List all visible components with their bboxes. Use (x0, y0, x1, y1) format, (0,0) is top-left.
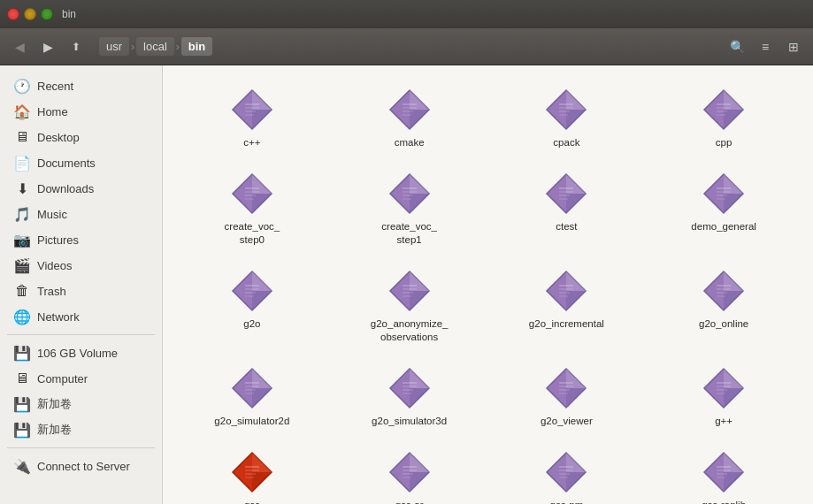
file-item[interactable]: g2o_viewer (492, 358, 642, 435)
sidebar-label-computer: Computer (37, 372, 88, 386)
sidebar-item-xinjuan2[interactable]: 💾 新加卷 (4, 417, 158, 442)
file-item[interactable]: gcc (177, 442, 327, 504)
sidebar-divider-2 (7, 447, 155, 448)
file-label: create_voc_ step0 (225, 220, 280, 247)
forward-button[interactable]: ▶ (35, 34, 60, 59)
file-label: g2o_incremental (529, 317, 604, 331)
svg-marker-92 (410, 369, 429, 388)
back-button[interactable]: ◀ (7, 34, 32, 59)
breadcrumb-local[interactable]: local (136, 37, 174, 56)
home-icon: 🏠 (14, 103, 30, 119)
file-item[interactable]: create_voc_ step1 (334, 164, 485, 254)
sidebar-item-videos[interactable]: 🎬 Videos (4, 253, 158, 278)
file-label: g++ (715, 415, 732, 428)
exe-icon (229, 268, 275, 314)
exe-icon (387, 87, 433, 133)
sidebar-item-documents[interactable]: 📄 Documents (4, 150, 158, 175)
file-item[interactable]: g2o_simulator3d (334, 358, 485, 435)
file-label: create_voc_ step1 (381, 220, 437, 247)
window-title: bin (62, 8, 76, 20)
sidebar-label-xinjuan1: 新加卷 (37, 396, 72, 412)
titlebar: bin (0, 0, 813, 28)
sidebar-divider-1 (7, 334, 155, 335)
sidebar-item-desktop[interactable]: 🖥 Desktop (4, 125, 158, 149)
svg-marker-78 (724, 271, 743, 291)
sidebar-item-computer[interactable]: 🖥 Computer (4, 366, 158, 391)
svg-marker-79 (724, 291, 743, 310)
file-item[interactable]: cpack (492, 80, 642, 157)
trash-icon: 🗑 (14, 283, 30, 299)
xinjuan1-icon: 💾 (14, 396, 30, 412)
sidebar-item-trash[interactable]: 🗑 Trash (4, 279, 158, 303)
sidebar-item-home[interactable]: 🏠 Home (4, 99, 158, 124)
breadcrumb-usr[interactable]: usr (99, 37, 129, 56)
search-button[interactable]: 🔍 (725, 34, 749, 59)
file-label: g2o (243, 317, 260, 331)
grid-view-button[interactable]: ⊞ (781, 34, 806, 59)
svg-marker-113 (252, 453, 272, 472)
close-button[interactable] (7, 8, 19, 20)
exe-icon (701, 171, 747, 217)
breadcrumb-bin[interactable]: bin (181, 37, 213, 56)
sidebar-item-recent[interactable]: 🕐 Recent (4, 73, 158, 98)
sidebar-item-xinjuan1[interactable]: 💾 新加卷 (4, 392, 158, 416)
svg-marker-93 (410, 388, 429, 408)
file-item[interactable]: gcc-ranlib (648, 442, 799, 504)
xinjuan2-icon: 💾 (14, 422, 30, 438)
file-item[interactable]: cpp (648, 80, 799, 157)
file-label: g2o_simulator3d (372, 415, 447, 428)
svg-marker-58 (252, 291, 272, 310)
file-item[interactable]: gcc-ar (334, 442, 485, 504)
up-button[interactable]: ⬆ (64, 34, 88, 59)
exe-icon (701, 87, 747, 133)
maximize-button[interactable] (41, 8, 53, 20)
connect-icon: 🔌 (14, 458, 30, 474)
exe-icon (701, 268, 747, 314)
file-item[interactable]: g2o_simulator2d (177, 358, 327, 435)
file-item[interactable]: g++ (648, 358, 799, 435)
file-label: demo_general (691, 220, 756, 233)
sidebar-label-videos: Videos (37, 259, 73, 272)
svg-marker-134 (724, 453, 743, 472)
file-item[interactable]: create_voc_ step0 (177, 164, 327, 254)
exe-icon (701, 365, 747, 411)
file-item[interactable]: g2o_online (648, 261, 799, 351)
exe-icon (229, 87, 275, 133)
file-item[interactable]: g2o_anonymize_ observations (334, 261, 485, 351)
sidebar-item-network[interactable]: 🌐 Network (4, 304, 158, 329)
svg-marker-107 (724, 388, 743, 408)
file-label: cpp (716, 136, 732, 149)
file-item[interactable]: g2o (177, 261, 327, 351)
minimize-button[interactable] (24, 8, 36, 20)
exe-icon (543, 171, 589, 217)
sidebar-label-trash: Trash (37, 285, 66, 298)
sidebar-item-volume[interactable]: 💾 106 GB Volume (4, 340, 158, 365)
sidebar-item-pictures[interactable]: 📷 Pictures (4, 227, 158, 252)
svg-marker-99 (566, 369, 586, 388)
file-item[interactable]: ctest (492, 164, 642, 254)
svg-marker-100 (566, 388, 586, 408)
exe-icon (543, 449, 589, 495)
sidebar-label-network: Network (37, 310, 80, 324)
sidebar-label-volume: 106 GB Volume (37, 347, 118, 360)
file-item[interactable]: c++ (177, 80, 327, 157)
svg-marker-85 (252, 369, 272, 388)
sidebar-item-music[interactable]: 🎵 Music (4, 202, 158, 226)
sidebar-label-desktop: Desktop (37, 131, 80, 144)
file-item[interactable]: demo_general (648, 164, 799, 254)
file-item[interactable]: gcc-nm (492, 442, 642, 504)
videos-icon: 🎬 (14, 257, 30, 273)
toolbar: ◀ ▶ ⬆ usr › local › bin 🔍 ≡ ⊞ (0, 28, 813, 65)
file-item[interactable]: g2o_incremental (492, 261, 642, 351)
sidebar-item-downloads[interactable]: ⬇ Downloads (4, 176, 158, 201)
file-label: g2o_viewer (541, 415, 593, 428)
file-item[interactable]: cmake (334, 80, 485, 157)
exe-icon (701, 449, 747, 495)
list-view-button[interactable]: ≡ (753, 34, 778, 59)
music-icon: 🎵 (14, 206, 30, 222)
sidebar-label-downloads: Downloads (37, 182, 94, 195)
exe-icon (387, 171, 433, 217)
file-label: cpack (553, 136, 579, 149)
sidebar-item-connect[interactable]: 🔌 Connect to Server (4, 454, 158, 478)
toolbar-right: 🔍 ≡ ⊞ (725, 34, 806, 59)
